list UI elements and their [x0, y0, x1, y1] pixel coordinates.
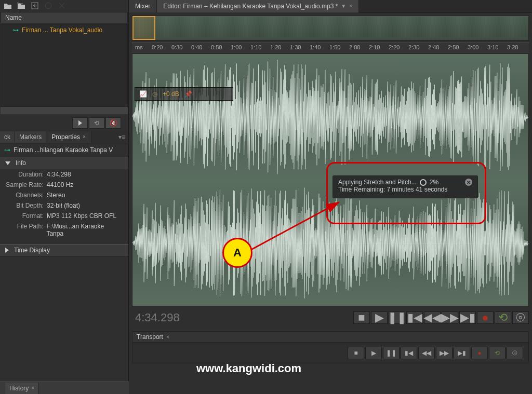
record-button[interactable]: ● [471, 347, 488, 359]
time-display-label: Time Display [14, 247, 50, 254]
go-start-button[interactable]: ▮◀ [406, 311, 423, 324]
hud-db-label: +0 dB [163, 90, 179, 98]
rewind-button[interactable]: ◀◀ [424, 311, 441, 324]
timecode-value: 4:34.298 [132, 311, 180, 324]
open-file-icon[interactable] [3, 2, 12, 10]
hud-controls[interactable]: 📈 ◷ +0 dB 📌 [135, 87, 233, 101]
ruler-tick: 1:30 [290, 44, 301, 50]
ruler-tick: 0:20 [152, 44, 163, 50]
rewind-button[interactable]: ◀◀ [418, 347, 435, 359]
tab-mixer[interactable]: Mixer [129, 0, 157, 12]
loop-button[interactable]: ⟲ [495, 311, 511, 324]
file-list-scrollbar[interactable] [1, 107, 128, 114]
play-button[interactable]: ▶ [371, 311, 388, 324]
sample-rate-label: Sample Rate: [0, 181, 47, 188]
history-panel-bar: History × [0, 382, 129, 394]
ruler-tick: 3:00 [468, 44, 478, 50]
waveform-icon: ⊶ [12, 26, 19, 34]
pin-icon[interactable]: 📌 [184, 90, 192, 98]
ruler-tick: 2:30 [408, 44, 419, 50]
clock-icon[interactable]: ◷ [152, 90, 157, 98]
file-list: ⊶ Firman ... Tanpa Vokal_audio [1, 24, 128, 107]
ruler-tick: 3:10 [487, 44, 498, 50]
panel-menu-icon[interactable]: ▾≡ [115, 133, 128, 141]
close-icon[interactable]: × [31, 385, 34, 391]
tab-history[interactable]: History × [5, 383, 39, 394]
ruler-tick: 2:00 [349, 44, 360, 50]
files-column-header[interactable]: Name [1, 12, 128, 23]
format-value: MP3 112 Kbps CBR OFL [47, 212, 116, 220]
ruler-tick: 2:50 [448, 44, 459, 50]
overview-waveform[interactable] [132, 16, 529, 40]
preview-play-button[interactable] [72, 117, 88, 129]
tab-properties[interactable]: Properties× [46, 131, 91, 143]
go-end-button[interactable]: ▶▮ [454, 347, 470, 359]
bit-depth-value: 32-bit (float) [47, 202, 80, 209]
cancel-progress-button[interactable]: ✕ [465, 179, 472, 186]
stop-button[interactable]: ■ [348, 347, 364, 359]
record-button[interactable]: ● [477, 311, 494, 324]
annotation-arrow [237, 195, 351, 263]
info-section-header[interactable]: Info [0, 157, 128, 169]
info-label: Info [16, 159, 26, 167]
transport-label: Transport [137, 333, 163, 341]
ruler-tick: 1:40 [310, 44, 321, 50]
tab-markers[interactable]: Markers [15, 131, 46, 143]
dropdown-icon[interactable]: ▼ [341, 3, 346, 9]
progress-percent: 2% [430, 179, 438, 186]
loop-button[interactable]: ⟲ [489, 347, 506, 359]
time-display-section-header[interactable]: Time Display [0, 244, 128, 256]
transport-header[interactable]: Transport × [132, 331, 529, 343]
timecode-bar: 4:34.298 ■ ▶ ❚❚ ▮◀ ◀◀ ▶▶ ▶▮ ● ⟲ ⦾ [132, 307, 529, 328]
progress-label: Applying Stretch and Pitch... [338, 179, 417, 186]
navigation-transport: ■ ▶ ❚❚ ▮◀ ◀◀ ▶▶ ▶▮ ● ⟲ ⦾ [353, 311, 529, 324]
import-icon[interactable] [30, 2, 39, 10]
file-item[interactable]: ⊶ Firman ... Tanpa Vokal_audio [1, 24, 127, 36]
stop-button[interactable]: ■ [353, 311, 370, 324]
svg-point-1 [45, 3, 51, 9]
go-end-button[interactable]: ▶▮ [459, 311, 476, 324]
open-recent-icon[interactable] [17, 2, 26, 10]
pause-button[interactable]: ❚❚ [389, 311, 405, 324]
auto-play-button[interactable]: 🔇 [105, 117, 121, 129]
skip-selection-button[interactable]: ⦾ [507, 347, 523, 359]
loop-preview-button[interactable]: ⟲ [89, 117, 104, 129]
transport-body: ■ ▶ ❚❚ ▮◀ ◀◀ ▶▶ ▶▮ ● ⟲ ⦾ [132, 343, 529, 363]
watermark-text: www.kangwidi.com [196, 362, 301, 375]
progress-spinner-icon [420, 179, 427, 186]
file-path-label: File Path: [0, 223, 46, 237]
format-label: Format: [0, 212, 47, 220]
go-start-button[interactable]: ▮◀ [401, 347, 417, 359]
overview-viewport[interactable] [132, 16, 155, 40]
forward-button[interactable]: ▶▶ [442, 311, 458, 324]
ruler-tick: 2:40 [428, 44, 439, 50]
play-button[interactable]: ▶ [365, 347, 382, 359]
ruler-tick: 2:20 [389, 44, 400, 50]
selected-file-row: ⊶ Firman ...hilangan Karaoke Tanpa V [0, 143, 128, 157]
close-icon[interactable]: × [349, 3, 352, 9]
time-ruler[interactable]: ms 0:200:300:400:501:001:101:201:301:401… [132, 43, 529, 54]
skip-selection-button[interactable]: ⦾ [512, 311, 529, 324]
editor-tab-label: Editor: Firman – Kehilangan Karaoke Tanp… [163, 3, 338, 10]
volume-icon[interactable]: 📈 [139, 90, 147, 98]
file-name: Firman ... Tanpa Vokal_audio [22, 26, 102, 34]
forward-button[interactable]: ▶▶ [436, 347, 453, 359]
tab-ck[interactable]: ck [0, 131, 15, 143]
channels-value: Stereo [47, 192, 65, 199]
close-panel-icon [57, 2, 66, 10]
pause-button[interactable]: ❚❚ [383, 347, 400, 359]
file-path-value: F:\Musi...an Karaoke Tanpa [46, 223, 122, 237]
transport-panel: Transport × ■ ▶ ❚❚ ▮◀ ◀◀ ▶▶ ▶▮ ● ⟲ ⦾ [132, 331, 529, 363]
tab-editor[interactable]: Editor: Firman – Kehilangan Karaoke Tanp… [157, 0, 359, 12]
disclosure-down-icon [5, 161, 10, 165]
ruler-tick: 1:50 [329, 44, 340, 50]
audio-hardware-icon [44, 2, 53, 10]
ruler-tick: 2:10 [369, 44, 380, 50]
tab-properties-label: Properties [51, 133, 80, 141]
waveform-icon: ⊶ [4, 146, 10, 154]
duration-label: Duration: [0, 171, 47, 178]
close-icon[interactable]: × [166, 334, 169, 340]
duration-value: 4:34.298 [47, 171, 71, 178]
close-icon[interactable]: × [83, 134, 86, 140]
annotation-marker-a: A [222, 238, 252, 268]
